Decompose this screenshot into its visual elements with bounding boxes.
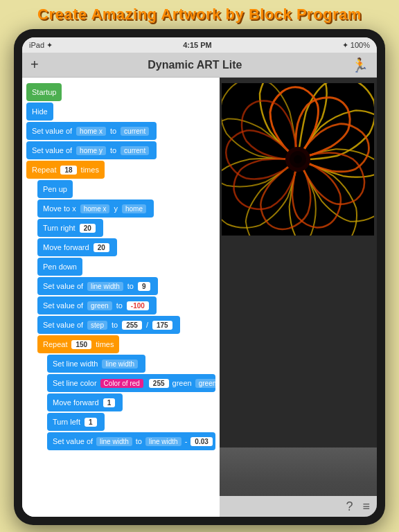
ipad-label: iPad ✦ <box>29 41 53 50</box>
move-forward-label-2: Move forward <box>53 398 99 407</box>
move-forward-1-val: 1 <box>103 398 116 407</box>
battery-label: ✦ 100% <box>342 41 370 50</box>
move-to-block[interactable]: Move to x home x y home <box>37 200 154 218</box>
block-set-homex[interactable]: Set value of home x to current <box>26 122 215 140</box>
block-repeat-18[interactable]: Repeat 18 times <box>26 161 215 179</box>
to-label-1: to <box>110 127 116 135</box>
block-hide[interactable]: Hide <box>26 103 215 121</box>
lw-dec-var2: line width <box>145 437 181 446</box>
turn-right-val: 20 <box>80 224 96 233</box>
add-button[interactable]: + <box>30 57 39 73</box>
set-green-block[interactable]: Set value of green to -100 <box>37 296 157 314</box>
svg-point-3 <box>294 155 302 163</box>
set-green-label: Set value of <box>43 301 83 310</box>
turn-right-label: Turn right <box>43 224 76 232</box>
green-val: -100 <box>127 301 149 310</box>
set-lw-label: Set value of <box>43 282 83 290</box>
run-button[interactable]: 🏃 <box>351 57 369 73</box>
repeat-150-block[interactable]: Repeat 150 times <box>37 335 119 353</box>
move-forward-1-block[interactable]: Move forward 1 <box>47 393 123 411</box>
to-label-2: to <box>110 146 116 154</box>
moveto-label: Move to x <box>43 204 76 213</box>
moveto-y-var: home <box>122 204 146 213</box>
set-lw2-label: Set line width <box>53 360 98 368</box>
set-step-label: Set value of <box>43 321 83 329</box>
block-set-lw2[interactable]: Set line width line width <box>47 355 215 373</box>
spiral-svg <box>222 83 374 236</box>
green-var: green <box>87 301 112 310</box>
help-button[interactable]: ? <box>346 499 353 514</box>
app-title: Dynamic ART Lite <box>148 59 242 71</box>
block-repeat-150[interactable]: Repeat 150 times <box>37 335 215 353</box>
set-lw2-block[interactable]: Set line width line width <box>47 355 145 373</box>
color-red-val: 255 <box>149 379 169 388</box>
ipad-screen: iPad ✦ 4:15 PM ✦ 100% + Dynamic ART Lite… <box>22 37 377 517</box>
set-step-block[interactable]: Set value of step to 255 / 175 <box>37 316 180 334</box>
main-content: Startup Hide Set value of home x <box>22 78 377 517</box>
lw-val: 9 <box>138 282 150 291</box>
set-linewidth-block[interactable]: Set value of line width to 9 <box>37 277 158 295</box>
repeat-150-val: 150 <box>71 340 91 349</box>
step-slash: / <box>146 321 148 329</box>
block-move-forward-20[interactable]: Move forward 20 <box>37 238 215 256</box>
set-lw-dec-label: Set value of <box>53 437 93 445</box>
block-move-forward-1[interactable]: Move forward 1 <box>47 393 215 411</box>
set-lw-dec-block[interactable]: Set value of line width to line width - … <box>47 432 215 450</box>
block-set-lw-dec[interactable]: Set value of line width to line width - … <box>47 432 215 450</box>
set-homey-block[interactable]: Set value of home y to current <box>26 141 157 159</box>
block-pen-down[interactable]: Pen down <box>37 258 215 276</box>
status-time: 4:15 PM <box>183 41 212 49</box>
nav-bar: + Dynamic ART Lite 🏃 <box>22 53 377 78</box>
block-set-green[interactable]: Set value of green to -100 <box>37 296 215 314</box>
status-right: ✦ 100% <box>342 41 370 50</box>
pen-up-label: Pen up <box>43 185 67 193</box>
repeat-label-2: Repeat <box>43 340 67 348</box>
blocks-panel: Startup Hide Set value of home x <box>22 78 220 517</box>
turn-left-block[interactable]: Turn left 1 <box>47 413 105 431</box>
green-to: to <box>116 301 123 310</box>
set-homex-block[interactable]: Set value of home x to current <box>26 122 157 140</box>
set-color-block[interactable]: Set line color Color of red 255 green gr… <box>47 374 215 392</box>
hide-label: Hide <box>32 107 48 116</box>
startup-label: Startup <box>32 88 56 96</box>
ipad-frame: iPad ✦ 4:15 PM ✦ 100% + Dynamic ART Lite… <box>14 29 385 525</box>
pen-down-block[interactable]: Pen down <box>37 258 82 276</box>
move-forward-20-block[interactable]: Move forward 20 <box>37 238 117 256</box>
blocks-scroll[interactable]: Startup Hide Set value of home x <box>26 82 215 513</box>
step-val1: 255 <box>122 321 142 330</box>
block-set-homey[interactable]: Set value of home y to current <box>26 141 215 159</box>
set-color-label: Set line color <box>53 379 97 387</box>
homex-val: current <box>121 127 149 136</box>
list-button[interactable]: ≡ <box>362 499 370 514</box>
block-turn-left[interactable]: Turn left 1 <box>47 413 215 431</box>
hide-block[interactable]: Hide <box>26 103 53 121</box>
step-to: to <box>112 321 118 329</box>
set-label-1: Set value of <box>32 127 72 135</box>
step-val2: 175 <box>152 321 172 330</box>
lw-dec-op: - <box>185 437 188 445</box>
homey-var: home y <box>76 146 106 155</box>
block-startup[interactable]: Startup <box>26 83 215 101</box>
block-turn-right[interactable]: Turn right 20 <box>37 219 215 237</box>
turn-right-block[interactable]: Turn right 20 <box>37 219 103 237</box>
lw-var: line width <box>87 282 123 291</box>
block-set-color[interactable]: Set line color Color of red 255 green gr… <box>47 374 215 392</box>
lw-to: to <box>127 282 134 290</box>
moveto-y-label: y <box>114 204 118 213</box>
homey-val: current <box>121 146 149 155</box>
block-set-step[interactable]: Set value of step to 255 / 175 <box>37 316 215 334</box>
spiral-canvas <box>222 83 374 236</box>
startup-block[interactable]: Startup <box>26 83 62 101</box>
repeat-18-val: 18 <box>60 166 76 175</box>
repeat-label-1: Repeat <box>32 166 56 174</box>
block-set-linewidth[interactable]: Set value of line width to 9 <box>37 277 215 295</box>
color-red-label: Color of red <box>100 379 143 388</box>
repeat-18-block[interactable]: Repeat 18 times <box>26 161 105 179</box>
pen-up-block[interactable]: Pen up <box>37 180 73 198</box>
block-pen-up[interactable]: Pen up <box>37 180 215 198</box>
bottom-bar: ? ≡ <box>220 496 377 517</box>
move-forward-label-1: Move forward <box>43 243 89 251</box>
block-move-to[interactable]: Move to x home x y home <box>37 200 215 218</box>
set-label-2: Set value of <box>32 146 72 154</box>
art-panel: ? ≡ <box>220 78 377 517</box>
